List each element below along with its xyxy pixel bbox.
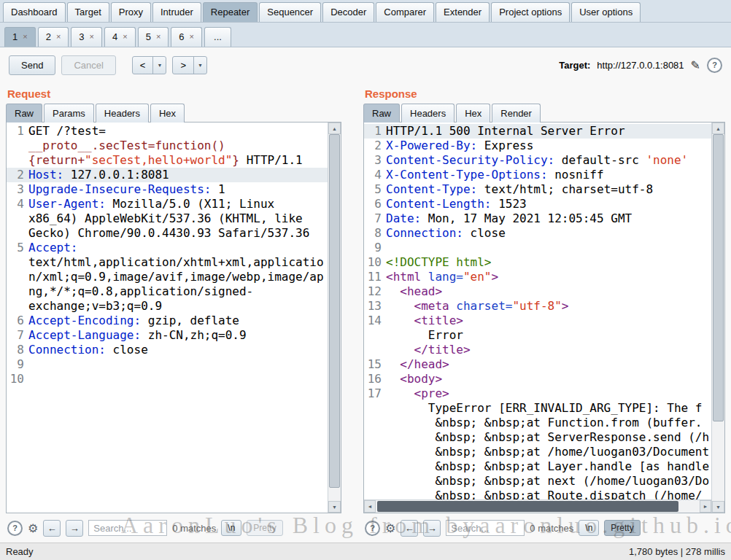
response-code-line[interactable]: &nbsp; &nbsp;at Route.dispatch (/home/: [364, 489, 711, 499]
scrollbar-thumb[interactable]: [329, 134, 340, 488]
repeater-session-tab-6[interactable]: 6×: [171, 27, 202, 47]
panel-splitter[interactable]: [341, 82, 363, 542]
response-code-line[interactable]: 14 <title>: [364, 314, 711, 328]
response-code-line[interactable]: Error: [364, 328, 711, 343]
main-tab-extender[interactable]: Extender: [436, 2, 490, 22]
request-tab-headers[interactable]: Headers: [96, 104, 149, 122]
history-forward-button[interactable]: >: [173, 57, 194, 74]
response-code-line[interactable]: &nbsp; &nbsp;at ServerResponse.send (/h: [364, 430, 711, 445]
request-code-line[interactable]: 9: [7, 357, 328, 372]
close-tab-icon[interactable]: ×: [190, 33, 194, 41]
response-code-line[interactable]: 5Content-Type: text/html; charset=utf-8: [364, 182, 711, 197]
help-icon[interactable]: ?: [707, 58, 722, 73]
help-icon[interactable]: ?: [7, 521, 23, 536]
settings-gear-icon[interactable]: ⚙: [28, 521, 38, 535]
request-code-line[interactable]: 6Accept-Encoding: gzip, deflate: [7, 314, 328, 328]
response-tab-render[interactable]: Render: [492, 104, 541, 122]
scrollbar-thumb[interactable]: [713, 134, 724, 421]
request-code-line[interactable]: 5Accept: text/html,application/xhtml+xml…: [7, 241, 328, 314]
repeater-session-tab-5[interactable]: 5×: [138, 27, 169, 47]
response-code-line[interactable]: 7Date: Mon, 17 May 2021 12:05:45 GMT: [364, 211, 711, 226]
response-code-line[interactable]: 1HTTP/1.1 500 Internal Server Error: [364, 124, 711, 139]
close-tab-icon[interactable]: ×: [90, 33, 94, 41]
response-code-line[interactable]: 3Content-Security-Policy: default-src 'n…: [364, 153, 711, 168]
pretty-button[interactable]: Pretty: [604, 520, 640, 536]
main-tab-proxy[interactable]: Proxy: [111, 2, 151, 22]
response-tab-headers[interactable]: Headers: [401, 104, 455, 122]
response-code-line[interactable]: 11<html lang="en">: [364, 270, 711, 284]
history-forward-dropdown-icon[interactable]: ▼: [194, 57, 206, 74]
scroll-up-button[interactable]: ▲: [328, 122, 341, 134]
pretty-button[interactable]: Pretty: [247, 520, 282, 536]
search-prev-button[interactable]: ←: [401, 520, 418, 537]
scrollbar-track[interactable]: [712, 134, 724, 501]
scroll-up-button[interactable]: ▲: [712, 122, 724, 134]
repeater-session-tab-4[interactable]: 4×: [104, 27, 136, 47]
main-tab-target[interactable]: Target: [67, 2, 109, 22]
newline-toggle-button[interactable]: \n: [221, 520, 241, 536]
main-tab-sequencer[interactable]: Sequencer: [259, 2, 321, 22]
main-tab-user-options[interactable]: User options: [571, 2, 641, 22]
request-code-line[interactable]: 10: [7, 372, 328, 386]
close-tab-icon[interactable]: ×: [156, 33, 160, 41]
search-input[interactable]: [446, 520, 525, 536]
newline-toggle-button[interactable]: \n: [579, 520, 599, 536]
request-code-line[interactable]: 3Upgrade-Insecure-Requests: 1: [7, 182, 328, 197]
response-code-line[interactable]: 10<!DOCTYPE html>: [364, 255, 711, 270]
response-code-line[interactable]: &nbsp; &nbsp;at Layer.handle [as handle: [364, 459, 711, 474]
search-next-button[interactable]: →: [66, 520, 83, 537]
repeater-session-tab-more[interactable]: ...: [204, 27, 231, 47]
edit-target-icon[interactable]: ✎: [691, 58, 700, 72]
response-code-line[interactable]: </title>: [364, 343, 711, 357]
scrollbar-track[interactable]: [376, 500, 700, 513]
cancel-button[interactable]: Cancel: [61, 55, 115, 75]
response-tab-hex[interactable]: Hex: [456, 104, 490, 122]
response-code-line[interactable]: 9: [364, 241, 711, 255]
response-code-area[interactable]: 1HTTP/1.1 500 Internal Server Error2X-Po…: [364, 122, 711, 499]
request-code-area[interactable]: 1GET /?test= __proto__.secTest=function(…: [7, 122, 328, 513]
response-code-line[interactable]: 6Content-Length: 1523: [364, 197, 711, 211]
response-code-line[interactable]: 8Connection: close: [364, 226, 711, 241]
request-editor[interactable]: 1GET /?test= __proto__.secTest=function(…: [6, 122, 341, 513]
send-button[interactable]: Send: [9, 55, 55, 75]
settings-gear-icon[interactable]: ⚙: [385, 521, 395, 535]
response-code-line[interactable]: &nbsp; &nbsp;at /home/luogan03/Document: [364, 445, 711, 459]
response-code-line[interactable]: 13 <meta charset="utf-8">: [364, 299, 711, 314]
request-tab-params[interactable]: Params: [44, 104, 94, 122]
main-tab-project-options[interactable]: Project options: [491, 2, 570, 22]
search-input[interactable]: [88, 520, 167, 536]
response-code-line[interactable]: &nbsp; &nbsp;at next (/home/luogan03/Do: [364, 474, 711, 489]
response-code-line[interactable]: 15 </head>: [364, 357, 711, 372]
repeater-session-tab-1[interactable]: 1×: [4, 27, 36, 47]
main-tab-intruder[interactable]: Intruder: [152, 2, 201, 22]
request-vertical-scrollbar[interactable]: ▲ ▼: [328, 122, 341, 513]
help-icon[interactable]: ?: [365, 521, 380, 536]
request-code-line[interactable]: 4User-Agent: Mozilla/5.0 (X11; Linux x86…: [7, 197, 328, 241]
response-editor[interactable]: 1HTTP/1.1 500 Internal Server Error2X-Po…: [363, 122, 725, 513]
response-tab-raw[interactable]: Raw: [363, 104, 400, 122]
request-code-line[interactable]: 8Connection: close: [7, 343, 328, 357]
scroll-down-button[interactable]: ▼: [712, 501, 724, 513]
request-tab-raw[interactable]: Raw: [6, 104, 42, 122]
scroll-left-button[interactable]: ◄: [364, 500, 376, 513]
history-back-dropdown-icon[interactable]: ▼: [153, 57, 166, 74]
scroll-right-button[interactable]: ►: [700, 500, 711, 513]
repeater-session-tab-2[interactable]: 2×: [38, 27, 69, 47]
response-code-line[interactable]: 2X-Powered-By: Express: [364, 139, 711, 153]
main-tab-repeater[interactable]: Repeater: [203, 2, 258, 22]
repeater-session-tab-3[interactable]: 3×: [71, 27, 102, 47]
request-code-line[interactable]: 7Accept-Language: zh-CN,zh;q=0.9: [7, 328, 328, 343]
close-tab-icon[interactable]: ×: [56, 33, 61, 41]
request-code-line[interactable]: 2Host: 127.0.0.1:8081: [7, 168, 328, 182]
scrollbar-thumb[interactable]: [377, 501, 678, 512]
response-vertical-scrollbar[interactable]: ▲ ▼: [711, 122, 724, 513]
main-tab-comparer[interactable]: Comparer: [376, 2, 434, 22]
response-code-line[interactable]: 17 <pre>: [364, 386, 711, 401]
request-code-line[interactable]: 1GET /?test= __proto__.secTest=function(…: [7, 124, 328, 168]
close-tab-icon[interactable]: ×: [123, 33, 127, 41]
search-prev-button[interactable]: ←: [43, 520, 61, 537]
scrollbar-track[interactable]: [328, 134, 341, 501]
response-code-line[interactable]: &nbsp; &nbsp;at Function.from (buffer.: [364, 416, 711, 430]
response-code-line[interactable]: 12 <head>: [364, 284, 711, 299]
close-tab-icon[interactable]: ×: [23, 33, 27, 41]
